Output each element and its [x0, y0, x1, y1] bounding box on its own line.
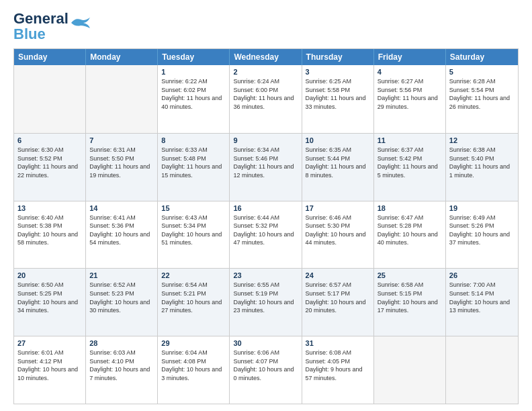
day-number: 5 [449, 68, 515, 76]
calendar-cell [14, 65, 86, 133]
day-info: Sunrise: 6:03 AM Sunset: 4:10 PM Dayligh… [89, 349, 154, 382]
weekday-header: Saturday [446, 49, 518, 65]
calendar-cell: 4Sunrise: 6:27 AM Sunset: 5:56 PM Daylig… [374, 65, 446, 133]
day-info: Sunrise: 6:22 AM Sunset: 6:02 PM Dayligh… [161, 77, 226, 111]
calendar-cell: 5Sunrise: 6:28 AM Sunset: 5:54 PM Daylig… [446, 65, 518, 133]
weekday-header: Sunday [14, 49, 86, 65]
calendar-cell: 8Sunrise: 6:33 AM Sunset: 5:48 PM Daylig… [158, 134, 230, 201]
calendar-cell: 30Sunrise: 6:06 AM Sunset: 4:07 PM Dayli… [230, 336, 302, 404]
day-number: 13 [17, 204, 82, 212]
day-info: Sunrise: 6:04 AM Sunset: 4:08 PM Dayligh… [161, 349, 226, 382]
weekday-header: Friday [374, 49, 446, 65]
day-number: 19 [449, 204, 515, 212]
day-info: Sunrise: 6:08 AM Sunset: 4:05 PM Dayligh… [306, 349, 370, 382]
day-info: Sunrise: 6:54 AM Sunset: 5:21 PM Dayligh… [161, 281, 226, 314]
day-info: Sunrise: 6:44 AM Sunset: 5:32 PM Dayligh… [233, 214, 298, 247]
day-number: 21 [89, 271, 154, 279]
day-info: Sunrise: 6:41 AM Sunset: 5:36 PM Dayligh… [89, 214, 154, 247]
day-number: 12 [449, 136, 515, 144]
calendar-cell: 9Sunrise: 6:34 AM Sunset: 5:46 PM Daylig… [230, 134, 302, 201]
day-number: 8 [161, 136, 226, 144]
calendar-cell: 28Sunrise: 6:03 AM Sunset: 4:10 PM Dayli… [86, 336, 158, 404]
calendar-week: 20Sunrise: 6:50 AM Sunset: 5:25 PM Dayli… [14, 268, 518, 336]
day-info: Sunrise: 6:35 AM Sunset: 5:44 PM Dayligh… [306, 146, 370, 179]
calendar-cell [86, 65, 158, 133]
calendar-body: 1Sunrise: 6:22 AM Sunset: 6:02 PM Daylig… [14, 65, 518, 404]
calendar-cell: 12Sunrise: 6:38 AM Sunset: 5:40 PM Dayli… [446, 134, 518, 201]
calendar-header: SundayMondayTuesdayWednesdayThursdayFrid… [14, 49, 518, 65]
calendar-cell [446, 336, 518, 404]
day-number: 15 [161, 204, 226, 212]
day-number: 24 [306, 271, 370, 279]
day-number: 4 [378, 68, 442, 76]
calendar-cell: 2Sunrise: 6:24 AM Sunset: 6:00 PM Daylig… [230, 65, 302, 133]
day-info: Sunrise: 6:40 AM Sunset: 5:38 PM Dayligh… [17, 214, 82, 247]
calendar-cell: 6Sunrise: 6:30 AM Sunset: 5:52 PM Daylig… [14, 134, 86, 201]
calendar-cell: 18Sunrise: 6:47 AM Sunset: 5:28 PM Dayli… [374, 201, 446, 269]
calendar-cell: 19Sunrise: 6:49 AM Sunset: 5:26 PM Dayli… [446, 201, 518, 269]
day-number: 17 [306, 204, 370, 212]
calendar-week: 1Sunrise: 6:22 AM Sunset: 6:02 PM Daylig… [14, 65, 518, 133]
logo-bird-icon [70, 16, 91, 32]
calendar-cell [374, 336, 446, 404]
day-info: Sunrise: 6:58 AM Sunset: 5:15 PM Dayligh… [378, 281, 442, 314]
calendar-cell: 7Sunrise: 6:31 AM Sunset: 5:50 PM Daylig… [86, 134, 158, 201]
calendar-cell: 1Sunrise: 6:22 AM Sunset: 6:02 PM Daylig… [158, 65, 230, 133]
weekday-header: Monday [86, 49, 158, 65]
day-number: 11 [378, 136, 442, 144]
calendar-cell: 31Sunrise: 6:08 AM Sunset: 4:05 PM Dayli… [302, 336, 374, 404]
day-number: 22 [161, 271, 226, 279]
calendar-cell: 22Sunrise: 6:54 AM Sunset: 5:21 PM Dayli… [158, 269, 230, 336]
calendar-cell: 13Sunrise: 6:40 AM Sunset: 5:38 PM Dayli… [14, 201, 86, 269]
day-number: 25 [378, 271, 442, 279]
calendar-cell: 27Sunrise: 6:01 AM Sunset: 4:12 PM Dayli… [14, 336, 86, 404]
day-info: Sunrise: 6:46 AM Sunset: 5:30 PM Dayligh… [306, 214, 370, 247]
day-info: Sunrise: 6:38 AM Sunset: 5:40 PM Dayligh… [449, 146, 515, 179]
header: General Blue [13, 11, 519, 42]
day-number: 28 [89, 339, 154, 347]
calendar-cell: 26Sunrise: 7:00 AM Sunset: 5:14 PM Dayli… [446, 269, 518, 336]
day-number: 20 [17, 271, 82, 279]
day-info: Sunrise: 6:01 AM Sunset: 4:12 PM Dayligh… [17, 349, 82, 382]
calendar-week: 6Sunrise: 6:30 AM Sunset: 5:52 PM Daylig… [14, 133, 518, 201]
logo: General Blue [13, 11, 91, 42]
day-number: 1 [161, 68, 226, 76]
day-number: 27 [17, 339, 82, 347]
day-number: 31 [306, 339, 370, 347]
calendar-cell: 14Sunrise: 6:41 AM Sunset: 5:36 PM Dayli… [86, 201, 158, 269]
calendar-cell: 17Sunrise: 6:46 AM Sunset: 5:30 PM Dayli… [302, 201, 374, 269]
calendar-cell: 10Sunrise: 6:35 AM Sunset: 5:44 PM Dayli… [302, 134, 374, 201]
day-number: 3 [306, 68, 370, 76]
day-number: 10 [306, 136, 370, 144]
calendar-cell: 11Sunrise: 6:37 AM Sunset: 5:42 PM Dayli… [374, 134, 446, 201]
calendar-cell: 20Sunrise: 6:50 AM Sunset: 5:25 PM Dayli… [14, 269, 86, 336]
day-info: Sunrise: 6:31 AM Sunset: 5:50 PM Dayligh… [89, 146, 154, 179]
day-info: Sunrise: 6:24 AM Sunset: 6:00 PM Dayligh… [233, 77, 298, 111]
calendar-cell: 29Sunrise: 6:04 AM Sunset: 4:08 PM Dayli… [158, 336, 230, 404]
day-number: 16 [233, 204, 298, 212]
weekday-header: Wednesday [230, 49, 302, 65]
day-info: Sunrise: 6:34 AM Sunset: 5:46 PM Dayligh… [233, 146, 298, 179]
day-info: Sunrise: 6:33 AM Sunset: 5:48 PM Dayligh… [161, 146, 226, 179]
day-info: Sunrise: 6:37 AM Sunset: 5:42 PM Dayligh… [378, 146, 442, 179]
day-info: Sunrise: 6:25 AM Sunset: 5:58 PM Dayligh… [306, 77, 370, 111]
weekday-header: Thursday [302, 49, 374, 65]
day-number: 14 [89, 204, 154, 212]
calendar-week: 13Sunrise: 6:40 AM Sunset: 5:38 PM Dayli… [14, 201, 518, 269]
day-info: Sunrise: 6:28 AM Sunset: 5:54 PM Dayligh… [449, 77, 515, 111]
calendar: SundayMondayTuesdayWednesdayThursdayFrid… [13, 48, 519, 404]
logo-text: General [13, 11, 69, 27]
day-number: 29 [161, 339, 226, 347]
day-info: Sunrise: 7:00 AM Sunset: 5:14 PM Dayligh… [449, 281, 515, 314]
day-info: Sunrise: 6:43 AM Sunset: 5:34 PM Dayligh… [161, 214, 226, 247]
day-number: 9 [233, 136, 298, 144]
day-info: Sunrise: 6:50 AM Sunset: 5:25 PM Dayligh… [17, 281, 82, 314]
day-info: Sunrise: 6:49 AM Sunset: 5:26 PM Dayligh… [449, 214, 515, 247]
day-info: Sunrise: 6:27 AM Sunset: 5:56 PM Dayligh… [378, 77, 442, 111]
page: General Blue SundayMondayTuesdayWednesda… [0, 0, 532, 411]
calendar-cell: 3Sunrise: 6:25 AM Sunset: 5:58 PM Daylig… [302, 65, 374, 133]
calendar-cell: 23Sunrise: 6:55 AM Sunset: 5:19 PM Dayli… [230, 269, 302, 336]
calendar-cell: 16Sunrise: 6:44 AM Sunset: 5:32 PM Dayli… [230, 201, 302, 269]
day-number: 18 [378, 204, 442, 212]
day-info: Sunrise: 6:06 AM Sunset: 4:07 PM Dayligh… [233, 349, 298, 382]
